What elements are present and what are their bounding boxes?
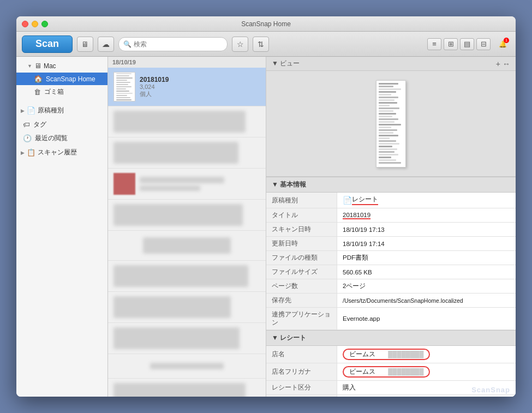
- list-item[interactable]: [108, 200, 266, 231]
- right-pane: ▼ ビュー + ↔: [266, 57, 516, 397]
- expand-icon[interactable]: +: [496, 59, 500, 68]
- sidebar-item-scan-history[interactable]: ▶ 📋 スキャン履歴: [16, 145, 107, 160]
- doctype-label: 原稿種別: [266, 193, 337, 208]
- preview-area: ▼ ビュー + ↔: [266, 57, 516, 177]
- store-kana-highlight: ビームス ████████: [343, 366, 430, 378]
- update-date-label: 更新日時: [266, 237, 337, 250]
- cloud-icon-button[interactable]: ☁: [98, 37, 114, 52]
- title-label: タイトル: [266, 208, 337, 222]
- list-view-button[interactable]: ≡: [427, 38, 441, 50]
- preview-controls: + ↔: [496, 59, 510, 68]
- main-content: ▼ 🖥 Mac 🏠 ScanSnap Home 🗑 ゴミ箱 ▶ 📄 原稿種別: [16, 57, 516, 397]
- deduction-label: 控除対象: [266, 395, 337, 397]
- detail-row-filetype: ファイルの種類 PDF書類: [266, 251, 516, 265]
- store-kana-label: 店名フリガナ: [266, 363, 337, 380]
- filesize-value: 560.65 KB: [337, 265, 516, 279]
- sidebar-item-scansnap-home[interactable]: 🏠 ScanSnap Home: [16, 73, 107, 85]
- file-info: 20181019 3,024 個人: [140, 76, 260, 98]
- close-button[interactable]: [22, 21, 28, 27]
- notification-button[interactable]: 🔔 1: [495, 37, 510, 52]
- chevron-right-icon: ▶: [21, 108, 25, 113]
- savepath-label: 保存先: [266, 294, 337, 307]
- maximize-button[interactable]: [41, 21, 48, 27]
- sidebar-mac-section: ▼ 🖥 Mac 🏠 ScanSnap Home 🗑 ゴミ箱: [16, 57, 107, 101]
- list-item[interactable]: [108, 292, 266, 323]
- notification-badge: 1: [504, 38, 509, 43]
- pages-label: ページ数: [266, 279, 337, 293]
- scanner-icon-button[interactable]: 🖥: [77, 37, 93, 52]
- detail-row-doctype: 原稿種別 📄 レシート: [266, 193, 516, 208]
- detail-row-pages: ページ数 2ページ: [266, 279, 516, 294]
- linkedapp-value: Evernote.app: [337, 308, 516, 330]
- detail-view-button[interactable]: ▤: [460, 38, 474, 50]
- detail-row-deduction: 控除対象 不明: [266, 395, 516, 397]
- split-view-button[interactable]: ⊟: [476, 38, 491, 50]
- bookmark-button[interactable]: ☆: [232, 37, 248, 52]
- search-icon: 🔍: [123, 40, 131, 48]
- brand-watermark: ScanSnap: [471, 386, 510, 394]
- chevron-down-icon: ▼: [27, 63, 32, 69]
- preview-image: [376, 80, 406, 167]
- list-icon: ≡: [432, 40, 437, 48]
- list-item[interactable]: [108, 137, 266, 169]
- sidebar-trash-label: ゴミ箱: [44, 87, 64, 97]
- sidebar-mac-label: Mac: [44, 62, 56, 70]
- scan-button[interactable]: Scan: [22, 35, 73, 53]
- filetype-label: ファイルの種類: [266, 251, 337, 265]
- doctype-icon: 📄: [27, 106, 35, 115]
- doctype-value: 📄 レシート: [337, 193, 516, 208]
- file-category: 個人: [140, 90, 260, 98]
- file-item-selected[interactable]: 20181019 3,024 個人: [108, 68, 266, 106]
- file-size: 3,024: [140, 83, 260, 90]
- chevron-right-icon-2: ▶: [21, 150, 25, 155]
- sidebar-item-doctype[interactable]: ▶ 📄 原稿種別: [16, 103, 107, 118]
- app-window: ScanSnap Home Scan 🖥 ☁ 🔍 ☆ ⇅ ≡ ⊞: [16, 16, 516, 397]
- list-item[interactable]: [108, 261, 266, 292]
- storename-label: 店名: [266, 346, 337, 363]
- sidebar-item-trash[interactable]: 🗑 ゴミ箱: [16, 85, 107, 99]
- sidebar-tag-label: タグ: [33, 120, 46, 129]
- receipt-info-header: ▼ レシート: [266, 330, 516, 346]
- detail-row-title: タイトル 20181019: [266, 208, 516, 223]
- receipt-type-label: レシート区分: [266, 381, 337, 394]
- mac-icon: 🖥: [34, 62, 41, 70]
- basic-info-header: ▼ 基本情報: [266, 177, 516, 193]
- scanner-icon: 🖥: [81, 40, 89, 49]
- collapse-icon[interactable]: ↔: [503, 59, 510, 68]
- grid-view-button[interactable]: ⊞: [444, 38, 458, 50]
- update-date-value: 18/10/19 17:14: [337, 237, 516, 250]
- history-icon: 📋: [27, 148, 35, 157]
- window-controls: [22, 21, 48, 27]
- preview-header: ▼ ビュー + ↔: [266, 57, 516, 71]
- sort-button[interactable]: ⇅: [253, 37, 269, 52]
- view-controls: ≡ ⊞ ▤ ⊟: [427, 38, 491, 50]
- trash-icon: 🗑: [34, 88, 41, 96]
- list-item[interactable]: [108, 106, 266, 137]
- detail-row-filesize: ファイルサイズ 560.65 KB: [266, 265, 516, 279]
- sidebar-item-tag[interactable]: 🏷 タグ: [16, 118, 107, 131]
- doc-icon: 📄: [343, 196, 352, 205]
- search-input[interactable]: [134, 40, 221, 48]
- list-item[interactable]: [108, 323, 266, 354]
- sidebar-item-mac[interactable]: ▼ 🖥 Mac: [16, 59, 107, 73]
- grid-icon: ⊞: [448, 40, 454, 48]
- detail-row-storename: 店名 ビームス ████████: [266, 346, 516, 363]
- scan-date-label: スキャン日時: [266, 223, 337, 236]
- list-item[interactable]: [108, 354, 266, 379]
- sidebar-item-recent[interactable]: 🕐 最近の閲覧: [16, 131, 107, 145]
- list-item[interactable]: [108, 169, 266, 200]
- window-title: ScanSnap Home: [241, 20, 291, 28]
- sidebar-scansnap-home-label: ScanSnap Home: [46, 75, 95, 83]
- list-item[interactable]: [108, 379, 266, 397]
- minimize-button[interactable]: [32, 21, 38, 27]
- filesize-label: ファイルサイズ: [266, 265, 337, 279]
- store-kana-value: ビームス ████████: [337, 363, 516, 380]
- file-list: 18/10/19: [108, 57, 266, 397]
- details-panel: ▼ 基本情報 原稿種別 📄 レシート タイトル 20181019: [266, 177, 516, 397]
- preview-content: [266, 71, 516, 176]
- bookmark-icon: ☆: [237, 40, 244, 49]
- clock-icon: 🕐: [23, 134, 32, 142]
- list-item[interactable]: [108, 231, 266, 261]
- preview-header-left: ▼ ビュー: [272, 59, 300, 68]
- pages-value: 2ページ: [337, 279, 516, 293]
